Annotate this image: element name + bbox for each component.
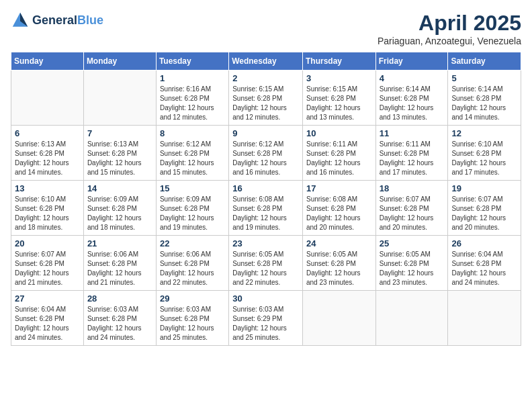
day-info: Sunrise: 6:03 AMSunset: 6:29 PMDaylight:… (232, 305, 299, 342)
day-info: Sunrise: 6:03 AMSunset: 6:28 PMDaylight:… (87, 305, 152, 342)
day-number: 19 (451, 183, 517, 193)
day-number: 23 (232, 238, 299, 248)
calendar-day-cell (11, 71, 84, 126)
day-number: 6 (15, 128, 80, 138)
calendar-day-cell: 6Sunrise: 6:13 AMSunset: 6:28 PMDaylight… (11, 126, 84, 181)
day-info: Sunrise: 6:04 AMSunset: 6:28 PMDaylight:… (451, 250, 517, 287)
calendar-week-row: 1Sunrise: 6:16 AMSunset: 6:28 PMDaylight… (11, 71, 521, 126)
calendar-week-row: 6Sunrise: 6:13 AMSunset: 6:28 PMDaylight… (11, 126, 521, 181)
calendar-day-cell: 3Sunrise: 6:15 AMSunset: 6:28 PMDaylight… (302, 71, 375, 126)
calendar-day-cell: 5Sunrise: 6:14 AMSunset: 6:28 PMDaylight… (448, 71, 521, 126)
calendar-day-cell: 15Sunrise: 6:09 AMSunset: 6:28 PMDayligh… (156, 181, 228, 236)
calendar-day-cell: 1Sunrise: 6:16 AMSunset: 6:28 PMDaylight… (156, 71, 228, 126)
calendar-day-cell: 22Sunrise: 6:06 AMSunset: 6:28 PMDayligh… (156, 236, 228, 291)
calendar-day-cell (83, 71, 156, 126)
day-number: 2 (232, 73, 299, 83)
day-number: 24 (306, 238, 372, 248)
calendar-day-cell: 18Sunrise: 6:07 AMSunset: 6:28 PMDayligh… (375, 181, 448, 236)
month-title: April 2025 (378, 11, 521, 36)
calendar-day-cell: 19Sunrise: 6:07 AMSunset: 6:28 PMDayligh… (448, 181, 521, 236)
day-info: Sunrise: 6:16 AMSunset: 6:28 PMDaylight:… (160, 85, 225, 122)
day-number: 7 (87, 128, 152, 138)
calendar-table: SundayMondayTuesdayWednesdayThursdayFrid… (11, 52, 521, 346)
day-number: 3 (306, 73, 372, 83)
calendar-day-cell: 12Sunrise: 6:10 AMSunset: 6:28 PMDayligh… (448, 126, 521, 181)
day-of-week-header: Wednesday (229, 52, 303, 71)
day-info: Sunrise: 6:07 AMSunset: 6:28 PMDaylight:… (451, 195, 517, 232)
calendar-day-cell: 11Sunrise: 6:11 AMSunset: 6:28 PMDayligh… (375, 126, 448, 181)
day-number: 29 (160, 293, 225, 304)
day-info: Sunrise: 6:13 AMSunset: 6:28 PMDaylight:… (87, 140, 152, 177)
day-info: Sunrise: 6:12 AMSunset: 6:28 PMDaylight:… (160, 140, 225, 177)
logo-text-blue: Blue (77, 13, 103, 27)
day-of-week-header: Saturday (448, 52, 521, 71)
day-info: Sunrise: 6:06 AMSunset: 6:28 PMDaylight:… (160, 250, 225, 287)
day-info: Sunrise: 6:14 AMSunset: 6:28 PMDaylight:… (451, 85, 517, 122)
logo-icon (11, 11, 30, 30)
title-section: April 2025 Pariaguan, Anzoategui, Venezu… (378, 11, 521, 46)
day-info: Sunrise: 6:14 AMSunset: 6:28 PMDaylight:… (380, 85, 445, 122)
calendar-day-cell: 23Sunrise: 6:05 AMSunset: 6:28 PMDayligh… (229, 236, 303, 291)
day-number: 15 (160, 183, 225, 193)
calendar-day-cell: 14Sunrise: 6:09 AMSunset: 6:28 PMDayligh… (83, 181, 156, 236)
day-info: Sunrise: 6:08 AMSunset: 6:28 PMDaylight:… (232, 195, 299, 232)
day-number: 4 (380, 73, 445, 83)
day-number: 21 (87, 238, 152, 248)
day-info: Sunrise: 6:06 AMSunset: 6:28 PMDaylight:… (87, 250, 152, 287)
day-number: 18 (380, 183, 445, 193)
day-info: Sunrise: 6:13 AMSunset: 6:28 PMDaylight:… (15, 140, 80, 177)
calendar-day-cell: 13Sunrise: 6:10 AMSunset: 6:28 PMDayligh… (11, 181, 84, 236)
calendar-day-cell: 10Sunrise: 6:11 AMSunset: 6:28 PMDayligh… (302, 126, 375, 181)
day-info: Sunrise: 6:10 AMSunset: 6:28 PMDaylight:… (451, 140, 517, 177)
day-number: 9 (232, 128, 299, 138)
calendar-day-cell: 26Sunrise: 6:04 AMSunset: 6:28 PMDayligh… (448, 236, 521, 291)
calendar-day-cell: 2Sunrise: 6:15 AMSunset: 6:28 PMDaylight… (229, 71, 303, 126)
logo: GeneralBlue (11, 11, 103, 30)
day-number: 13 (15, 183, 80, 193)
day-info: Sunrise: 6:15 AMSunset: 6:28 PMDaylight:… (306, 85, 372, 122)
day-number: 22 (160, 238, 225, 248)
calendar-day-cell: 7Sunrise: 6:13 AMSunset: 6:28 PMDaylight… (83, 126, 156, 181)
day-number: 12 (451, 128, 517, 138)
day-info: Sunrise: 6:12 AMSunset: 6:28 PMDaylight:… (232, 140, 299, 177)
day-info: Sunrise: 6:05 AMSunset: 6:28 PMDaylight:… (306, 250, 372, 287)
day-of-week-header: Tuesday (156, 52, 228, 71)
day-number: 1 (160, 73, 225, 83)
day-of-week-header: Sunday (11, 52, 84, 71)
logo-text-general: General (32, 13, 77, 27)
day-number: 16 (232, 183, 299, 193)
calendar-day-cell: 25Sunrise: 6:05 AMSunset: 6:28 PMDayligh… (375, 236, 448, 291)
day-info: Sunrise: 6:09 AMSunset: 6:28 PMDaylight:… (160, 195, 225, 232)
day-info: Sunrise: 6:04 AMSunset: 6:28 PMDaylight:… (15, 305, 80, 342)
calendar-day-cell: 9Sunrise: 6:12 AMSunset: 6:28 PMDaylight… (229, 126, 303, 181)
day-number: 8 (160, 128, 225, 138)
page-header: GeneralBlue April 2025 Pariaguan, Anzoat… (11, 11, 521, 46)
day-info: Sunrise: 6:09 AMSunset: 6:28 PMDaylight:… (87, 195, 152, 232)
calendar-day-cell: 28Sunrise: 6:03 AMSunset: 6:28 PMDayligh… (83, 291, 156, 346)
calendar-header-row: SundayMondayTuesdayWednesdayThursdayFrid… (11, 52, 521, 71)
day-number: 28 (87, 293, 152, 304)
day-number: 30 (232, 293, 299, 304)
location-title: Pariaguan, Anzoategui, Venezuela (378, 36, 521, 46)
day-info: Sunrise: 6:03 AMSunset: 6:28 PMDaylight:… (160, 305, 225, 342)
calendar-week-row: 27Sunrise: 6:04 AMSunset: 6:28 PMDayligh… (11, 291, 521, 346)
day-info: Sunrise: 6:05 AMSunset: 6:28 PMDaylight:… (380, 250, 445, 287)
calendar-week-row: 13Sunrise: 6:10 AMSunset: 6:28 PMDayligh… (11, 181, 521, 236)
calendar-week-row: 20Sunrise: 6:07 AMSunset: 6:28 PMDayligh… (11, 236, 521, 291)
day-number: 10 (306, 128, 372, 138)
calendar-day-cell: 24Sunrise: 6:05 AMSunset: 6:28 PMDayligh… (302, 236, 375, 291)
day-number: 26 (451, 238, 517, 248)
calendar-day-cell (375, 291, 448, 346)
calendar-day-cell: 30Sunrise: 6:03 AMSunset: 6:29 PMDayligh… (229, 291, 303, 346)
calendar-day-cell: 21Sunrise: 6:06 AMSunset: 6:28 PMDayligh… (83, 236, 156, 291)
calendar-day-cell: 17Sunrise: 6:08 AMSunset: 6:28 PMDayligh… (302, 181, 375, 236)
day-info: Sunrise: 6:08 AMSunset: 6:28 PMDaylight:… (306, 195, 372, 232)
day-number: 11 (380, 128, 445, 138)
day-number: 17 (306, 183, 372, 193)
day-number: 20 (15, 238, 80, 248)
calendar-day-cell: 27Sunrise: 6:04 AMSunset: 6:28 PMDayligh… (11, 291, 84, 346)
day-info: Sunrise: 6:11 AMSunset: 6:28 PMDaylight:… (380, 140, 445, 177)
day-number: 14 (87, 183, 152, 193)
calendar-day-cell (302, 291, 375, 346)
day-of-week-header: Monday (83, 52, 156, 71)
